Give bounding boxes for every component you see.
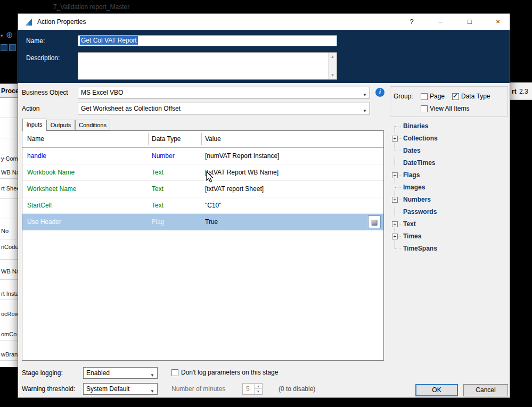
help-button[interactable]: ? [403,14,421,30]
stage-logging-value: Enabled [86,369,110,377]
info-icon[interactable]: i [375,88,384,97]
business-object-dropdown[interactable]: MS Excel VBO ▼ [78,87,370,98]
name-input[interactable]: Get Col VAT Report [78,35,337,46]
data-items-tree: +Binaries +Collections +Dates +DateTimes… [390,120,508,259]
row-value: [txtVAT report Sheet] [205,181,365,197]
spin-down-icon[interactable]: ▼ [255,389,262,394]
stage-logging-dropdown[interactable]: Enabled ▼ [83,367,158,379]
expand-icon[interactable]: + [392,172,398,178]
tree-item-times[interactable]: +Times [390,230,508,243]
page-checkbox-label: Page [430,93,445,100]
tree-dash [395,163,400,163]
dont-log-checkbox[interactable]: ✓ [171,369,178,376]
tab-conditions[interactable]: Conditions [75,120,110,130]
tree-item-binaries[interactable]: +Binaries [390,120,508,132]
column-header-data-type: Data Type [152,135,181,143]
minimize-button[interactable]: – [431,14,449,30]
tab-outputs[interactable]: Outputs [46,120,75,130]
description-label: Description: [26,54,60,62]
expand-icon[interactable]: + [392,197,398,203]
tree-item-label: DateTimes [403,157,435,169]
background-cell: No [1,228,9,234]
column-header-name: Name [27,135,44,143]
row-data-type: Flag [152,214,200,230]
warning-threshold-value: System Default [86,385,129,393]
scroll-up-icon[interactable]: ▲ [329,53,337,61]
expand-icon[interactable]: + [392,136,398,142]
background-cell: wBran [1,351,18,358]
tree-item-label: TimeSpans [403,243,437,255]
scroll-down-icon[interactable]: ▼ [329,71,337,79]
table-row[interactable]: StartCell Text "C10" [22,197,383,214]
tree-dash [395,126,400,127]
data-type-checkbox[interactable]: ✓ [452,93,459,100]
tree-item-text[interactable]: +Text [390,218,508,230]
dialog-header: Name: Get Col VAT Report Description: ▲ … [18,30,510,83]
disable-hint-label: (0 to disable) [279,385,315,393]
description-scrollbar[interactable]: ▲ ▼ [328,53,337,79]
selected-text: Get Col VAT Report [80,36,138,45]
ok-button[interactable]: OK [415,384,458,396]
tree-item-label: Passwords [403,206,437,218]
table-row[interactable]: Workbook Name Text [tstVAT Report WB Nam… [22,164,383,181]
dont-log-checkbox-label: Don't log parameters on this stage [181,369,278,376]
background-column-header: Proce [0,84,18,98]
tree-item-images[interactable]: +Images [390,181,508,194]
warning-threshold-label: Warning threshold: [22,385,75,393]
tree-item-collections[interactable]: +Collections [390,132,508,145]
chevron-down-icon: ▼ [363,90,367,98]
close-button[interactable]: × [489,14,507,30]
background-cell: nCodeV [1,244,18,250]
tab-inputs[interactable]: Inputs [22,119,46,131]
row-data-type: Text [152,181,200,197]
tree-dash [395,187,400,188]
tree-item-label: Collections [403,132,438,145]
tree-item-flags[interactable]: +Flags [390,169,508,181]
chevron-down-icon: ▼ [363,106,367,114]
column-separator [201,133,202,145]
minutes-spinner[interactable]: 5 ▲ ▼ [242,383,263,395]
cancel-button[interactable]: Cancel [463,384,508,396]
warning-threshold-dropdown[interactable]: System Default ▼ [83,383,158,395]
view-all-items-checkbox[interactable]: ✓ [421,105,428,112]
row-value: [tstVAT Report WB Name] [205,164,365,180]
action-dropdown[interactable]: Get Worksheet as Collection Offset ▼ [78,103,370,114]
action-properties-dialog: Action Properties ? – □ × Name: Get Col … [18,13,510,398]
inputs-table: Name Data Type Value handle Number [numV… [22,130,384,361]
background-cell: rt [512,88,517,95]
spin-up-icon[interactable]: ▲ [255,384,262,389]
spinner-buttons: ▲ ▼ [254,384,262,394]
background-cell: omCo [1,331,17,337]
name-label: Name: [26,37,45,45]
background-window-title: 7_Validation report_Master [53,3,129,11]
tree-item-numbers[interactable]: +Numbers [390,194,508,206]
tree-item-timespans[interactable]: +TimeSpans [390,243,508,255]
dialog-title: Action Properties [37,18,86,26]
toolbar-icon [9,44,16,51]
check-icon: ✓ [453,92,458,99]
expand-icon[interactable]: + [392,221,398,227]
expand-icon[interactable]: + [392,234,398,239]
business-object-label: Business Object [22,89,68,96]
tree-dash [395,248,400,249]
row-data-type: Text [152,197,200,213]
page-checkbox[interactable]: ✓ [421,93,428,100]
row-value: "C10" [205,197,365,213]
view-all-items-checkbox-label: View All Items [430,105,469,112]
number-of-minutes-label: Number of minutes [171,385,225,393]
row-name: Workbook Name [27,164,146,180]
background-cell: 2.3 [519,88,528,95]
tree-item-passwords[interactable]: +Passwords [390,206,508,218]
description-textarea[interactable]: ▲ ▼ [78,52,337,80]
table-row[interactable]: handle Number [numVAT Report Instance] [22,148,383,164]
row-value: [numVAT Report Instance] [205,148,365,164]
maximize-button[interactable]: □ [461,14,479,30]
row-data-type: Text [152,164,200,180]
table-row-selected[interactable]: Use Header Flag True ▦ [22,214,383,230]
table-row[interactable]: Worksheet Name Text [txtVAT report Sheet… [22,181,383,197]
tree-item-dates[interactable]: +Dates [390,145,508,157]
expression-editor-button[interactable]: ▦ [368,215,381,228]
background-cell: y Com [1,155,18,162]
tree-item-datetimes[interactable]: +DateTimes [390,157,508,169]
tree-item-label: Times [403,230,421,243]
